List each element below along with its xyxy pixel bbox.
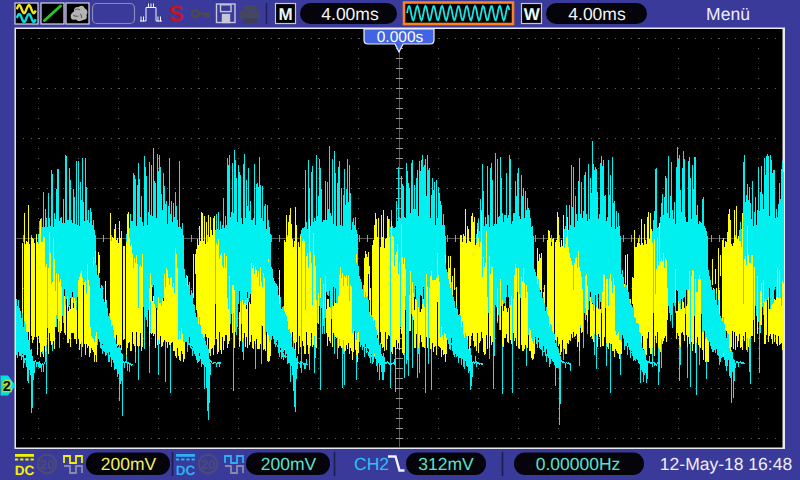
svg-text:0.000s: 0.000s	[377, 29, 424, 46]
svg-text:200mV: 200mV	[261, 454, 317, 474]
svg-text:W: W	[524, 5, 541, 24]
svg-text:4.00ms: 4.00ms	[321, 4, 379, 24]
svg-text:CH2: CH2	[354, 454, 389, 474]
svg-text:20: 20	[201, 457, 215, 472]
svg-text:200mV: 200mV	[101, 454, 157, 474]
svg-text:0.00000Hz: 0.00000Hz	[536, 454, 621, 474]
svg-text:DC: DC	[15, 463, 35, 478]
svg-text:312mV: 312mV	[418, 454, 474, 474]
svg-text:4.00ms: 4.00ms	[568, 4, 626, 24]
svg-text:Menü: Menü	[706, 4, 750, 24]
svg-text:20: 20	[40, 457, 54, 472]
svg-text:2: 2	[3, 379, 11, 395]
svg-text:12-May-18 16:48: 12-May-18 16:48	[660, 454, 792, 474]
svg-text:M: M	[279, 5, 293, 24]
svg-text:S: S	[169, 1, 184, 26]
svg-text:DC: DC	[176, 463, 196, 478]
